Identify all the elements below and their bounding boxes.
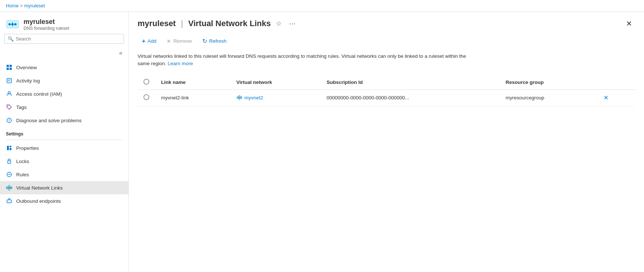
sidebar-item-diagnose-label: Diagnose and solve problems [16,118,82,123]
refresh-button[interactable]: ↻ Refresh [198,35,231,47]
content-area: myruleset | Virtual Network Links ☆ ··· … [129,12,644,272]
breadcrumb-home[interactable]: Home [6,3,19,8]
sidebar-item-activity-log[interactable]: Activity log [0,74,128,87]
sidebar-item-rules[interactable]: Rules [0,168,128,181]
breadcrumb: Home > myruleset [0,0,644,11]
sidebar-item-rules-label: Rules [16,172,29,177]
row-link-name: myvnet2-link [155,89,231,106]
col-link-name: Link name [155,75,231,90]
row-subscription-id: 00000000-0000-0000-0000-000000... [321,89,500,106]
row-radio[interactable] [143,94,149,100]
svg-point-37 [239,99,240,100]
sidebar-item-vnet-label: Virtual Network Links [16,185,63,191]
row-resource-group: myresourcegroup [500,89,595,106]
close-button[interactable]: ✕ [623,18,635,29]
activity-log-icon [6,77,13,84]
col-select [138,75,155,90]
svg-point-15 [8,92,10,94]
resource-icon [6,18,19,31]
svg-rect-20 [7,146,9,150]
svg-rect-9 [10,65,12,67]
add-label: Add [147,38,156,44]
settings-menu: Properties Locks Rules [0,141,128,208]
breadcrumb-separator: > [20,3,23,8]
svg-rect-21 [10,146,11,147]
vnet-inline-icon [236,95,242,100]
sidebar-item-locks[interactable]: Locks [0,155,128,168]
sidebar: myruleset DNS forwarding ruleset 🔍 « [0,12,129,272]
links-table: Link name Virtual network Subscription I… [138,75,635,106]
virtual-network-name: myvnet2 [245,95,263,100]
svg-point-36 [239,95,240,97]
svg-point-1 [8,23,11,25]
sidebar-item-overview[interactable]: Overview [0,61,128,74]
sidebar-top-actions: « [0,47,128,61]
header-radio [143,79,149,85]
sidebar-item-outbound-endpoints[interactable]: Outbound endpoints [0,194,128,208]
locks-icon [6,158,13,165]
refresh-icon: ↻ [202,38,207,45]
sidebar-item-activity-label: Activity log [16,78,40,84]
delete-row-button[interactable]: ✕ [601,93,611,102]
svg-rect-10 [7,68,9,70]
breadcrumb-current: myruleset [24,3,45,8]
outbound-icon [6,198,13,204]
row-select-cell[interactable] [138,89,155,106]
svg-point-34 [237,97,238,98]
virtual-network-link[interactable]: myvnet2 [236,95,315,100]
row-virtual-network: myvnet2 [231,89,321,106]
page-section-title: Virtual Network Links [188,19,271,28]
table-row: myvnet2-link [138,89,635,106]
svg-point-28 [8,185,10,187]
col-virtual-network: Virtual network [231,75,321,90]
add-button[interactable]: + Add [138,36,161,47]
resource-subtitle: DNS forwarding ruleset [24,26,122,31]
row-action-cell: ✕ [595,89,635,106]
toolbar: + Add ✕ Remove ↻ Refresh [138,35,635,47]
vnet-links-icon [6,184,13,191]
col-action [595,75,635,90]
sidebar-item-iam[interactable]: Access control (IAM) [0,87,128,100]
description-text: Virtual networks linked to this ruleset … [138,53,469,68]
resource-title-block: myruleset DNS forwarding ruleset [24,18,122,31]
svg-rect-32 [7,200,11,203]
diagnose-icon [6,117,13,124]
more-options-button[interactable]: ··· [287,19,298,28]
iam-icon [6,91,13,97]
sidebar-item-overview-label: Overview [16,65,37,70]
sidebar-item-diagnose[interactable]: Diagnose and solve problems [0,114,128,127]
main-layout: myruleset DNS forwarding ruleset 🔍 « [0,11,644,272]
app-container: Home > myruleset [0,0,644,272]
collapse-button[interactable]: « [116,48,125,58]
col-resource-group: Resource group [500,75,595,90]
search-icon: 🔍 [8,36,14,42]
svg-point-26 [7,187,8,189]
sidebar-item-outbound-label: Outbound endpoints [16,198,61,204]
resource-header: myruleset DNS forwarding ruleset [0,12,128,34]
sidebar-item-virtual-network-links[interactable]: Virtual Network Links [0,181,128,194]
sidebar-item-properties[interactable]: Properties [0,141,128,155]
learn-more-link[interactable]: Learn more [168,61,193,66]
sidebar-item-properties-label: Properties [16,145,39,151]
sidebar-item-tags[interactable]: Tags [0,100,128,114]
tags-icon [6,104,13,110]
title-separator: | [181,19,183,28]
svg-point-19 [9,121,10,122]
refresh-label: Refresh [209,38,227,44]
remove-button[interactable]: ✕ Remove [162,36,196,46]
svg-rect-8 [7,65,9,67]
sidebar-item-iam-label: Access control (IAM) [16,91,62,97]
col-subscription-id: Subscription Id [321,75,500,90]
settings-section-label: Settings [0,127,128,138]
overview-icon [6,64,13,71]
remove-label: Remove [173,38,192,44]
svg-point-27 [10,187,12,189]
sidebar-item-locks-label: Locks [16,159,29,164]
svg-rect-23 [8,161,11,163]
search-input[interactable] [16,36,121,42]
add-icon: + [142,38,145,45]
favorite-button[interactable]: ☆ [274,19,283,28]
svg-rect-22 [10,148,11,150]
page-title-bar: myruleset | Virtual Network Links ☆ ··· … [138,18,635,29]
search-box[interactable]: 🔍 [4,34,124,44]
